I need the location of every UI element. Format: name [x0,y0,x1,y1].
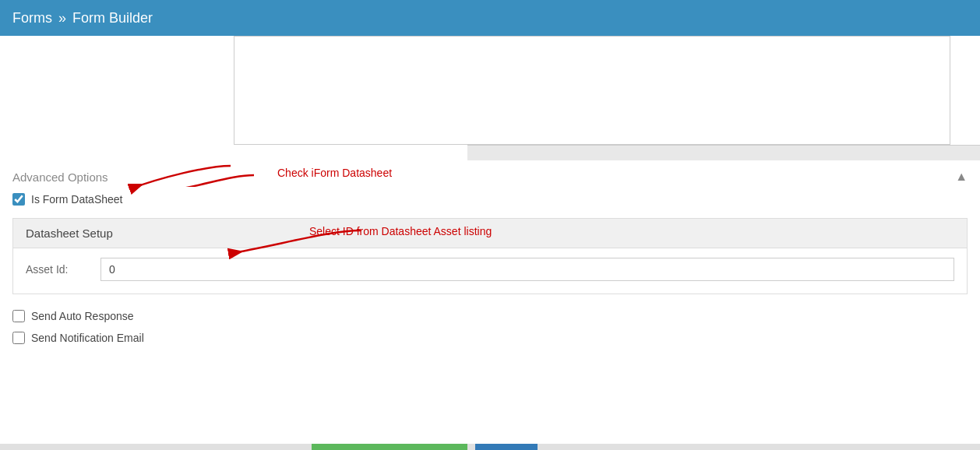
progress-bar-green [312,444,467,450]
progress-bar-blue [475,444,538,450]
scrollbar-area [467,145,980,160]
breadcrumb-bar: Forms » Form Builder [0,0,980,36]
advanced-options-title: Advanced Options [12,171,108,184]
bottom-status-bar [0,444,980,450]
send-notification-email-label: Send Notification Email [31,332,144,344]
breadcrumb-chevron: » [58,10,66,26]
datasheet-setup-body: Asset Id: [13,248,967,294]
send-auto-response-checkbox[interactable] [12,310,25,322]
datasheet-setup-box: Datasheet Setup Select ID from Datasheet… [12,218,968,294]
send-notification-email-checkbox[interactable] [12,332,25,344]
form-textarea[interactable] [234,36,950,145]
arrow-is-form-datasheet-svg [114,162,238,201]
datasheet-setup-title: Datasheet Setup [26,227,113,240]
asset-id-label: Asset Id: [26,263,88,276]
is-form-datasheet-row: Is Form DataSheet [12,193,968,206]
asset-id-row: Asset Id: [26,258,954,281]
advanced-options-toggle[interactable]: ▲ [955,170,968,184]
send-auto-response-row: Send Auto Response [12,310,968,322]
bottom-checkboxes: Send Auto Response Send Notification Ema… [12,307,968,357]
send-notification-email-row: Send Notification Email [12,332,968,344]
datasheet-setup-header: Datasheet Setup Select ID from Datasheet… [13,219,967,248]
textarea-section [0,36,980,160]
is-form-datasheet-checkbox[interactable] [12,193,25,206]
nav-form-builder[interactable]: Form Builder [72,10,153,26]
annotation-check-iform-text: Check iForm Datasheet [277,167,392,179]
advanced-options-section: Advanced Options Check iForm Datasheet ▲ [0,160,980,366]
arrow-asset-id-svg [213,227,368,265]
annotation-check-iform: Check iForm Datasheet [277,167,392,179]
is-form-datasheet-label: Is Form DataSheet [31,193,123,206]
page-wrapper: Advanced Options Check iForm Datasheet ▲ [0,36,980,450]
nav-forms[interactable]: Forms [12,10,52,26]
send-auto-response-label: Send Auto Response [31,310,134,322]
